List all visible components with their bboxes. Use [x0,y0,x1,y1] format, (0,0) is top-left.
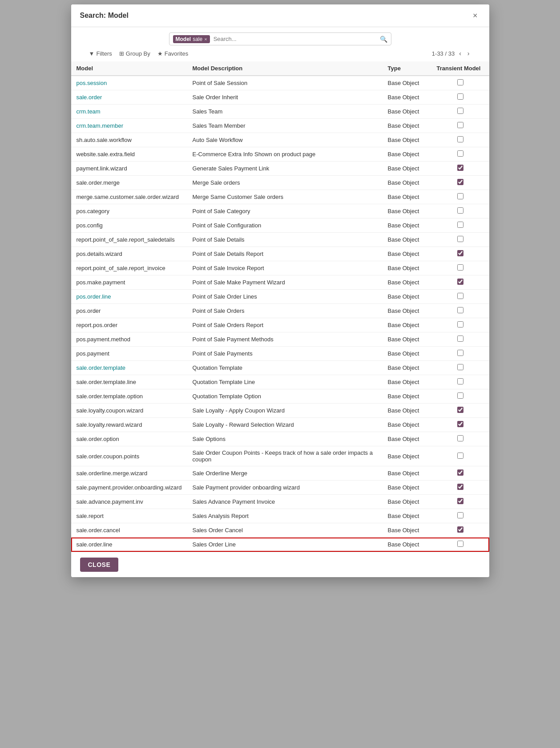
group-by-button[interactable]: ⊞ Group By [119,50,150,57]
transient-checkbox[interactable] [457,421,463,427]
table-row[interactable]: pos.categoryPoint of Sale CategoryBase O… [71,204,489,218]
transient-model-cell[interactable] [431,133,489,147]
transient-checkbox[interactable] [457,236,463,242]
transient-model-cell[interactable] [431,304,489,318]
transient-model-cell[interactable] [431,418,489,432]
transient-model-cell[interactable] [431,162,489,176]
transient-model-cell[interactable] [431,275,489,290]
table-row[interactable]: pos.configPoint of Sale ConfigurationBas… [71,218,489,233]
table-row[interactable]: website.sale.extra.fieldE-Commerce Extra… [71,147,489,162]
table-row[interactable]: sale.orderline.merge.wizardSale Orderlin… [71,466,489,481]
transient-checkbox[interactable] [457,293,463,299]
close-x-button[interactable]: × [470,11,480,20]
table-row[interactable]: sale.order.coupon.pointsSale Order Coupo… [71,446,489,466]
transient-model-cell[interactable] [431,204,489,218]
table-row[interactable]: payment.link.wizardGenerate Sales Paymen… [71,162,489,176]
transient-checkbox[interactable] [457,469,463,476]
transient-model-cell[interactable] [431,176,489,190]
transient-model-cell[interactable] [431,432,489,446]
search-tag-close-icon[interactable]: × [204,36,207,42]
table-row[interactable]: sale.advance.payment.invSales Advance Pa… [71,495,489,509]
transient-model-cell[interactable] [431,76,489,90]
transient-checkbox[interactable] [457,512,463,518]
transient-checkbox[interactable] [457,364,463,370]
model-name-cell[interactable]: crm.team.member [71,119,187,133]
transient-model-cell[interactable] [431,347,489,361]
transient-checkbox[interactable] [457,279,463,285]
table-row[interactable]: sale.order.mergeMerge Sale ordersBase Ob… [71,176,489,190]
table-row[interactable]: pos.paymentPoint of Sale PaymentsBase Ob… [71,347,489,361]
table-row[interactable]: crm.team.memberSales Team MemberBase Obj… [71,119,489,133]
transient-checkbox[interactable] [457,378,463,384]
table-row[interactable]: sale.payment.provider.onboarding.wizardS… [71,481,489,495]
table-row[interactable]: merge.same.customer.sale.order.wizardMer… [71,190,489,204]
model-name-cell[interactable]: pos.order.line [71,290,187,304]
transient-model-cell[interactable] [431,247,489,261]
table-row[interactable]: sale.order.lineSales Order LineBase Obje… [71,538,489,552]
transient-checkbox[interactable] [457,336,463,342]
search-submit-button[interactable]: 🔍 [380,36,387,43]
transient-model-cell[interactable] [431,446,489,466]
transient-model-cell[interactable] [431,538,489,552]
transient-checkbox[interactable] [457,250,463,256]
favorites-button[interactable]: ★ Favorites [157,50,188,57]
transient-model-cell[interactable] [431,404,489,418]
transient-model-cell[interactable] [431,466,489,481]
table-row[interactable]: report.point_of_sale.report_invoicePoint… [71,261,489,275]
table-row[interactable]: sale.order.template.optionQuotation Temp… [71,389,489,404]
table-row[interactable]: sale.loyalty.reward.wizardSale Loyalty -… [71,418,489,432]
transient-checkbox[interactable] [457,122,463,128]
model-link[interactable]: crm.team.member [77,122,123,129]
transient-checkbox[interactable] [457,435,463,441]
prev-page-button[interactable]: ‹ [457,49,463,58]
transient-model-cell[interactable] [431,290,489,304]
transient-model-cell[interactable] [431,332,489,347]
transient-checkbox[interactable] [457,179,463,185]
model-name-cell[interactable]: sale.order [71,90,187,105]
filters-button[interactable]: ▼ Filters [89,50,112,57]
model-name-cell[interactable]: sale.order.template [71,361,187,375]
transient-checkbox[interactable] [457,484,463,490]
transient-checkbox[interactable] [457,321,463,328]
transient-model-cell[interactable] [431,375,489,389]
table-row[interactable]: sale.loyalty.coupon.wizardSale Loyalty -… [71,404,489,418]
model-link[interactable]: pos.order.line [77,293,111,300]
transient-checkbox[interactable] [457,165,463,171]
table-row[interactable]: sale.reportSales Analysis ReportBase Obj… [71,509,489,523]
transient-checkbox[interactable] [457,207,463,214]
search-input[interactable] [212,35,380,43]
model-name-cell[interactable]: pos.session [71,76,187,90]
table-row[interactable]: pos.sessionPoint of Sale SessionBase Obj… [71,76,489,90]
transient-checkbox[interactable] [457,193,463,199]
table-row[interactable]: sale.order.optionSale OptionsBase Object [71,432,489,446]
transient-model-cell[interactable] [431,495,489,509]
transient-checkbox[interactable] [457,526,463,533]
table-row[interactable]: sale.order.template.lineQuotation Templa… [71,375,489,389]
table-row[interactable]: sale.order.templateQuotation TemplateBas… [71,361,489,375]
transient-model-cell[interactable] [431,218,489,233]
model-link[interactable]: crm.team [77,108,101,115]
transient-model-cell[interactable] [431,509,489,523]
model-link[interactable]: sale.order.template [77,364,126,371]
transient-checkbox[interactable] [457,79,463,85]
table-row[interactable]: pos.make.paymentPoint of Sale Make Payme… [71,275,489,290]
transient-checkbox[interactable] [457,453,463,459]
table-row[interactable]: sale.orderSale Order InheritBase Object [71,90,489,105]
transient-model-cell[interactable] [431,190,489,204]
transient-model-cell[interactable] [431,233,489,247]
transient-checkbox[interactable] [457,407,463,413]
table-row[interactable]: pos.order.linePoint of Sale Order LinesB… [71,290,489,304]
transient-model-cell[interactable] [431,90,489,105]
transient-model-cell[interactable] [431,119,489,133]
table-row[interactable]: report.point_of_sale.report_saledetailsP… [71,233,489,247]
model-name-cell[interactable]: crm.team [71,105,187,119]
table-row[interactable]: sale.order.cancelSales Order CancelBase … [71,523,489,538]
transient-checkbox[interactable] [457,150,463,157]
transient-checkbox[interactable] [457,350,463,356]
transient-checkbox[interactable] [457,541,463,547]
table-row[interactable]: pos.payment.methodPoint of Sale Payment … [71,332,489,347]
table-row[interactable]: crm.teamSales TeamBase Object [71,105,489,119]
model-link[interactable]: sale.order [77,94,102,101]
table-row[interactable]: sh.auto.sale.workflowAuto Sale WorkflowB… [71,133,489,147]
next-page-button[interactable]: › [466,49,471,58]
